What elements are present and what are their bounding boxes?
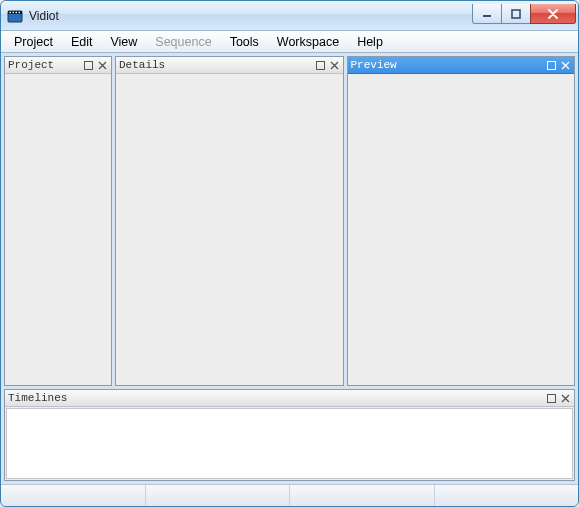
- minimize-button[interactable]: [472, 4, 502, 24]
- maximize-button[interactable]: [501, 4, 531, 24]
- close-pane-icon[interactable]: [328, 59, 341, 72]
- menu-edit[interactable]: Edit: [62, 33, 102, 51]
- project-panel: Project: [4, 56, 112, 386]
- top-row: Project Details: [4, 56, 575, 386]
- project-panel-body[interactable]: [5, 74, 111, 385]
- menu-help[interactable]: Help: [348, 33, 392, 51]
- close-pane-icon[interactable]: [96, 59, 109, 72]
- menu-workspace[interactable]: Workspace: [268, 33, 348, 51]
- titlebar[interactable]: Vidiot: [1, 1, 578, 31]
- menu-sequence: Sequence: [146, 33, 220, 51]
- window-controls: [473, 4, 576, 24]
- timelines-panel: Timelines: [4, 389, 575, 481]
- svg-rect-6: [483, 15, 491, 17]
- svg-rect-9: [316, 61, 324, 69]
- maximize-pane-icon[interactable]: [82, 59, 95, 72]
- status-cell-2: [146, 485, 291, 506]
- svg-rect-3: [13, 11, 15, 13]
- app-title: Vidiot: [29, 9, 473, 23]
- svg-rect-11: [548, 394, 556, 402]
- preview-panel-header[interactable]: Preview: [348, 57, 575, 74]
- app-icon: [7, 8, 23, 24]
- timelines-panel-header[interactable]: Timelines: [5, 390, 574, 407]
- status-cell-1: [1, 485, 146, 506]
- svg-rect-7: [512, 10, 520, 18]
- close-pane-icon[interactable]: [559, 392, 572, 405]
- timelines-panel-body[interactable]: [6, 408, 573, 479]
- status-cell-4: [435, 485, 579, 506]
- close-button[interactable]: [530, 4, 576, 24]
- menu-view[interactable]: View: [101, 33, 146, 51]
- svg-rect-8: [85, 61, 93, 69]
- svg-rect-2: [10, 11, 12, 13]
- project-panel-header[interactable]: Project: [5, 57, 111, 74]
- svg-rect-10: [548, 61, 556, 69]
- project-panel-title: Project: [8, 59, 81, 71]
- details-panel-body[interactable]: [116, 74, 343, 385]
- preview-panel-body[interactable]: [348, 74, 575, 385]
- details-panel-title: Details: [119, 59, 313, 71]
- maximize-pane-icon[interactable]: [545, 392, 558, 405]
- preview-panel: Preview: [347, 56, 576, 386]
- workspace: Project Details: [1, 53, 578, 484]
- details-panel-header[interactable]: Details: [116, 57, 343, 74]
- details-panel: Details: [115, 56, 344, 386]
- maximize-pane-icon[interactable]: [545, 59, 558, 72]
- timelines-panel-title: Timelines: [8, 392, 544, 404]
- svg-rect-4: [16, 11, 18, 13]
- menu-tools[interactable]: Tools: [221, 33, 268, 51]
- status-cell-3: [290, 485, 435, 506]
- maximize-pane-icon[interactable]: [314, 59, 327, 72]
- menubar: Project Edit View Sequence Tools Workspa…: [1, 31, 578, 53]
- preview-panel-title: Preview: [351, 59, 545, 71]
- statusbar: [1, 484, 578, 506]
- menu-project[interactable]: Project: [5, 33, 62, 51]
- close-pane-icon[interactable]: [559, 59, 572, 72]
- svg-rect-5: [19, 11, 21, 13]
- app-window: Vidiot Project Edit View Sequence Tools …: [0, 0, 579, 507]
